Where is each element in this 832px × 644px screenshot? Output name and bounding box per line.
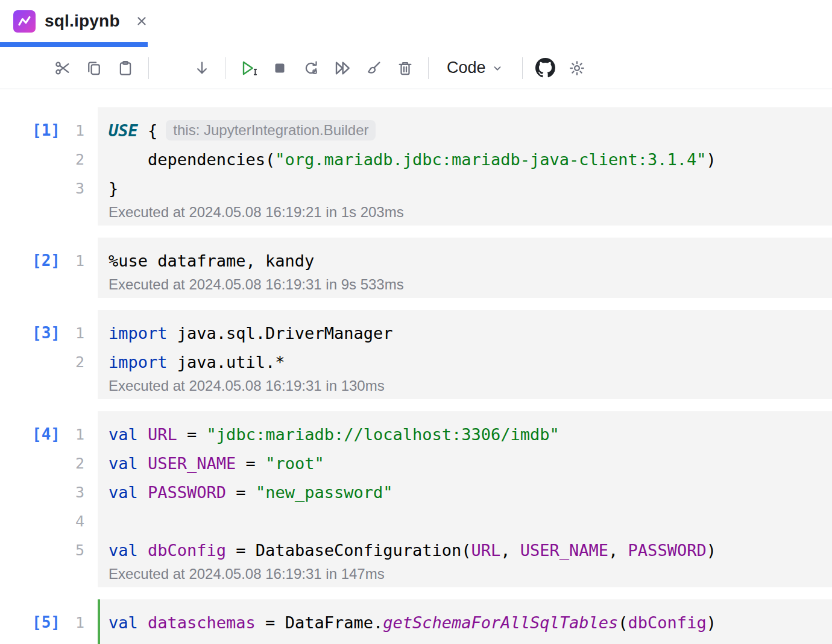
- code-token: (: [618, 613, 628, 632]
- line-number: 1: [60, 426, 84, 443]
- execution-count: [4]: [0, 425, 60, 443]
- line-number: 1: [60, 252, 84, 270]
- code-token: = DataFrame.: [256, 613, 383, 632]
- code-token: "org.mariadb.jdbc:mariadb-java-client:3.…: [275, 150, 706, 169]
- line-number: 2: [60, 455, 84, 472]
- notebook-toolbar: Code: [0, 47, 832, 89]
- notebook: [1]123USE {this: JupyterIntegration.Buil…: [0, 89, 832, 644]
- inlay-hint: this: JupyterIntegration.Builder: [166, 120, 376, 140]
- tab-sql-ipynb[interactable]: sql.ipynb: [0, 0, 160, 42]
- code-line: val USER_NAME = "root": [98, 449, 832, 478]
- cell-gutter: [1]123: [0, 107, 98, 226]
- run-all-button[interactable]: [328, 54, 357, 83]
- code-token: [138, 425, 148, 444]
- add-cell-below-button[interactable]: [188, 54, 216, 83]
- clear-outputs-button[interactable]: [359, 54, 388, 83]
- code-token: USER_NAME: [520, 541, 608, 560]
- cell-editor[interactable]: val URL = "jdbc:mariadb://localhost:3306…: [98, 411, 832, 587]
- code-token: [138, 483, 148, 502]
- code-token: dataschemas: [148, 613, 256, 632]
- code-token: USER_NAME: [148, 454, 236, 473]
- stop-kernel-button[interactable]: [265, 54, 294, 83]
- gutter-row: [4]1: [0, 420, 98, 449]
- code-token: PASSWORD: [148, 483, 226, 502]
- code-token: =: [226, 483, 256, 502]
- run-cell-button[interactable]: [234, 54, 263, 83]
- cut-button[interactable]: [48, 54, 77, 83]
- code-line: val dataschemas = DataFrame.getSchemaFor…: [98, 608, 832, 637]
- toolbar-separator: [428, 57, 429, 79]
- cell-editor[interactable]: %use dataframe, kandyExecuted at 2024.05…: [98, 238, 832, 298]
- code-line: val PASSWORD = "new_password": [98, 478, 832, 507]
- cell-type-dropdown[interactable]: Code: [438, 54, 512, 83]
- cell-type-label: Code: [447, 58, 486, 77]
- gutter-row: [3]1: [0, 318, 98, 347]
- cell-gutter: [3]12: [0, 310, 98, 399]
- cell-gutter: [4]12345: [0, 411, 98, 587]
- gutter-row: [5]1: [0, 608, 98, 637]
- code-token: dbConfig: [628, 613, 707, 632]
- code-line: val URL = "jdbc:mariadb://localhost:3306…: [98, 420, 832, 449]
- code-token: dependencies(: [109, 150, 275, 169]
- delete-cell-button[interactable]: [391, 54, 420, 83]
- gutter-row: 5: [0, 535, 98, 564]
- cell-editor[interactable]: USE {this: JupyterIntegration.Builder de…: [98, 107, 832, 226]
- code-token: import: [109, 324, 168, 343]
- paste-button[interactable]: [111, 54, 140, 83]
- code-line: %use dataframe, kandy: [98, 246, 832, 275]
- notebook-cell: [2]1%use dataframe, kandyExecuted at 202…: [0, 238, 832, 298]
- notebook-cell: [5]1val dataschemas = DataFrame.getSchem…: [0, 599, 832, 644]
- settings-button[interactable]: [563, 54, 591, 83]
- code-token: URL: [148, 425, 177, 444]
- toolbar-separator: [148, 57, 149, 79]
- stop-icon: [271, 59, 289, 77]
- code-token: java.util.*: [168, 353, 285, 371]
- gutter-row: 3: [0, 478, 98, 507]
- notebook-file-icon: [13, 10, 36, 33]
- cell-editor[interactable]: import java.sql.DriverManagerimport java…: [98, 310, 832, 399]
- code-token: =: [177, 425, 207, 444]
- code-line: import java.util.*: [98, 347, 832, 376]
- gutter-row: [1]1: [0, 116, 98, 145]
- line-number: 2: [60, 151, 84, 168]
- code-line: }: [98, 174, 832, 203]
- github-icon: [535, 58, 555, 78]
- code-token: val: [109, 613, 138, 632]
- gear-icon: [568, 59, 586, 77]
- code-line: [98, 507, 832, 535]
- line-number: 2: [60, 353, 84, 371]
- code-line: dependencies("org.mariadb.jdbc:mariadb-j…: [98, 145, 832, 174]
- tab-title: sql.ipynb: [45, 11, 120, 31]
- code-token: URL: [471, 541, 500, 560]
- execution-status: Executed at 2024.05.08 16:19:31 in 130ms: [98, 376, 832, 396]
- line-number: 5: [60, 541, 84, 559]
- cell-editor[interactable]: val dataschemas = DataFrame.getSchemaFor…: [98, 599, 832, 644]
- copy-button[interactable]: [80, 54, 109, 83]
- execution-count: [2]: [0, 251, 60, 270]
- execution-status: Executed at 2024.05.08 16:19:21 in 1s 20…: [98, 203, 832, 222]
- restart-kernel-button[interactable]: [297, 54, 326, 83]
- code-line: USE {this: JupyterIntegration.Builder: [98, 116, 832, 145]
- copy-icon: [85, 59, 103, 77]
- code-token: [138, 613, 148, 632]
- code-token: PASSWORD: [628, 541, 707, 560]
- run-icon: [239, 58, 258, 78]
- code-token: dbConfig: [148, 541, 226, 560]
- code-token: ,: [608, 541, 628, 560]
- tab-bar: sql.ipynb: [0, 0, 832, 47]
- gutter-row: [2]1: [0, 246, 98, 275]
- scissors-icon: [54, 59, 72, 77]
- execution-count: [5]: [0, 613, 60, 631]
- notebook-cell: [3]12import java.sql.DriverManagerimport…: [0, 310, 832, 399]
- code-token: ): [707, 613, 716, 632]
- gutter-row: 4: [0, 507, 98, 535]
- run-all-icon: [333, 58, 352, 78]
- code-token: {: [148, 121, 157, 140]
- code-token: val: [109, 483, 138, 502]
- code-token: ): [707, 150, 716, 169]
- execution-status: Executed at 2024.05.08 16:19:31 in 147ms: [98, 564, 832, 584]
- code-token: = DatabaseConfiguration(: [226, 541, 471, 560]
- github-button[interactable]: [531, 54, 560, 83]
- code-token: [138, 541, 148, 560]
- tab-close-icon[interactable]: [133, 12, 151, 30]
